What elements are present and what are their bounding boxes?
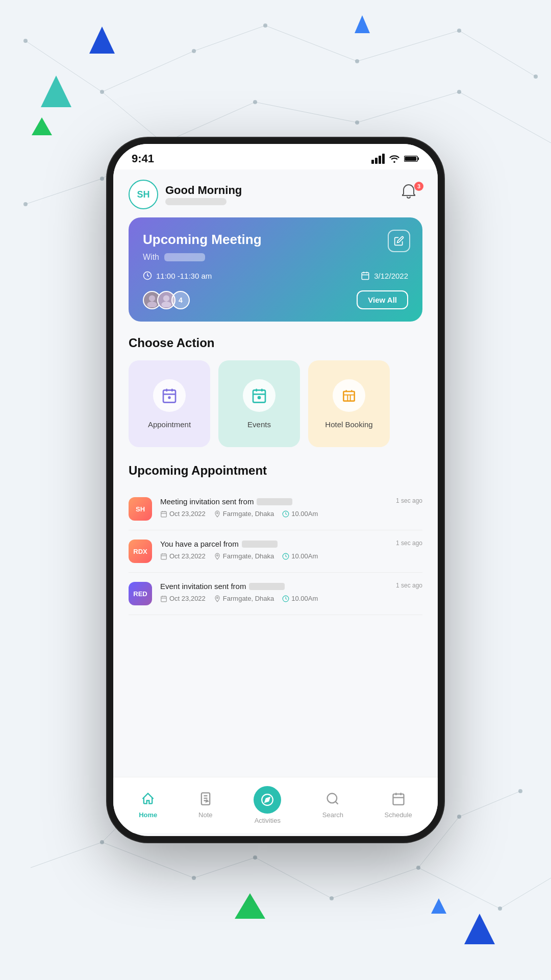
svg-line-10: [459, 92, 551, 143]
nav-item-activities[interactable]: Activities: [245, 782, 289, 828]
note-icon: [198, 792, 213, 808]
svg-line-1: [102, 51, 194, 92]
events-icon: [251, 387, 267, 404]
svg-marker-51: [431, 898, 446, 914]
svg-line-18: [418, 868, 500, 909]
wifi-icon: [389, 155, 400, 163]
appt-contact-3: [249, 583, 285, 590]
appt-avatar-3: RED: [129, 582, 152, 605]
location-icon-3: [214, 595, 221, 602]
appt-title-1: Meeting invitation sent from: [160, 497, 292, 506]
appt-avatar-2: RDX: [129, 540, 152, 563]
clock-icon-1: [282, 510, 289, 518]
svg-point-62: [163, 295, 169, 301]
meeting-with: With: [143, 253, 408, 262]
appt-date-2: Oct 23,2022: [160, 552, 206, 560]
compass-icon: [261, 793, 274, 806]
appt-time-2: 10.00Am: [282, 552, 318, 560]
svg-marker-49: [235, 893, 265, 919]
svg-rect-54: [405, 157, 416, 161]
svg-point-73: [258, 396, 261, 399]
nav-item-note[interactable]: Note: [190, 788, 221, 823]
schedule-icon: [391, 792, 406, 808]
nav-item-schedule[interactable]: Schedule: [377, 788, 420, 823]
svg-line-0: [26, 41, 102, 92]
notification-button[interactable]: 3: [399, 183, 422, 206]
svg-point-35: [23, 202, 28, 206]
signal-icon: [371, 154, 385, 164]
action-card-events[interactable]: Events: [218, 360, 300, 447]
status-icons: [371, 154, 419, 164]
svg-rect-78: [161, 511, 167, 517]
appointment-item-2[interactable]: RDX You have a parcel from 1 sec ago: [129, 530, 422, 573]
home-label: Home: [139, 811, 157, 819]
svg-point-34: [100, 177, 104, 181]
appointment-icon: [161, 387, 178, 404]
view-all-button[interactable]: View All: [357, 290, 408, 309]
appt-contact-2: [242, 541, 278, 548]
svg-point-43: [457, 815, 461, 819]
appt-header-2: You have a parcel from 1 sec ago: [160, 540, 422, 548]
appointment-icon-circle: [153, 379, 186, 412]
svg-point-63: [161, 301, 171, 307]
date-icon-2: [160, 553, 167, 560]
appointment-item-3[interactable]: RED Event invitation sent from 1 sec ago: [129, 573, 422, 615]
app-header: SH Good Morning 3: [129, 169, 422, 217]
svg-point-102: [328, 794, 337, 803]
svg-line-103: [336, 801, 338, 804]
appointment-list: SH Meeting invitation sent from 1 sec ag…: [129, 488, 422, 615]
meeting-time: 11:00 -11:30 am: [143, 271, 212, 280]
appointment-item-1[interactable]: SH Meeting invitation sent from 1 sec ag…: [129, 488, 422, 530]
svg-point-36: [100, 840, 104, 844]
note-label: Note: [198, 811, 212, 819]
home-icon: [141, 792, 155, 808]
hotel-label: Hotel Booking: [325, 420, 372, 429]
appt-date-1: Oct 23,2022: [160, 510, 206, 518]
action-card-hotel[interactable]: Hotel Booking: [308, 360, 390, 447]
choose-action-title: Choose Action: [129, 336, 422, 350]
appt-header-1: Meeting invitation sent from 1 sec ago: [160, 497, 422, 506]
appt-header-3: Event invitation sent from 1 sec ago: [160, 582, 422, 591]
user-avatar[interactable]: SH: [129, 180, 158, 209]
appt-location-2: Farmgate, Dhaka: [214, 552, 274, 560]
status-bar: 9:41: [113, 144, 438, 169]
meeting-details: 11:00 -11:30 am 3/12/2022: [143, 271, 408, 280]
meeting-contact-name: [164, 253, 205, 261]
search-icon: [325, 792, 340, 808]
appt-contact-1: [257, 498, 292, 505]
svg-rect-104: [393, 794, 404, 805]
svg-point-26: [263, 23, 267, 28]
svg-marker-50: [464, 914, 495, 944]
svg-marker-45: [355, 15, 370, 33]
phone-screen: 9:41: [113, 144, 438, 836]
upcoming-appointment-title: Upcoming Appointment: [129, 463, 422, 478]
svg-line-13: [31, 842, 102, 868]
appt-timestamp-2: 1 sec ago: [396, 540, 422, 547]
svg-marker-46: [89, 27, 115, 54]
events-label: Events: [247, 420, 271, 429]
meeting-card: Upcoming Meeting With 11:00 -11:30 am: [129, 217, 422, 322]
svg-point-27: [355, 59, 359, 63]
svg-line-8: [255, 102, 357, 122]
action-card-appointment[interactable]: Appointment: [129, 360, 210, 447]
user-subtitle: [165, 198, 227, 205]
header-left: SH Good Morning: [129, 180, 242, 209]
svg-point-44: [518, 789, 522, 793]
appt-location-1: Farmgate, Dhaka: [214, 510, 274, 518]
schedule-label: Schedule: [385, 811, 412, 819]
edit-meeting-button[interactable]: [388, 230, 410, 252]
svg-line-17: [332, 868, 418, 898]
appt-content-2: You have a parcel from 1 sec ago Oct 23,…: [160, 540, 422, 560]
svg-point-24: [100, 90, 104, 94]
svg-line-6: [102, 92, 163, 143]
svg-rect-74: [343, 391, 354, 401]
nav-item-home[interactable]: Home: [131, 788, 165, 823]
svg-point-94: [216, 597, 218, 598]
svg-point-40: [416, 866, 420, 870]
svg-rect-56: [362, 273, 369, 280]
activities-label: Activities: [255, 817, 281, 824]
location-icon-1: [214, 510, 221, 518]
svg-point-41: [498, 906, 502, 911]
nav-item-search[interactable]: Search: [314, 788, 352, 823]
svg-point-25: [192, 49, 196, 53]
